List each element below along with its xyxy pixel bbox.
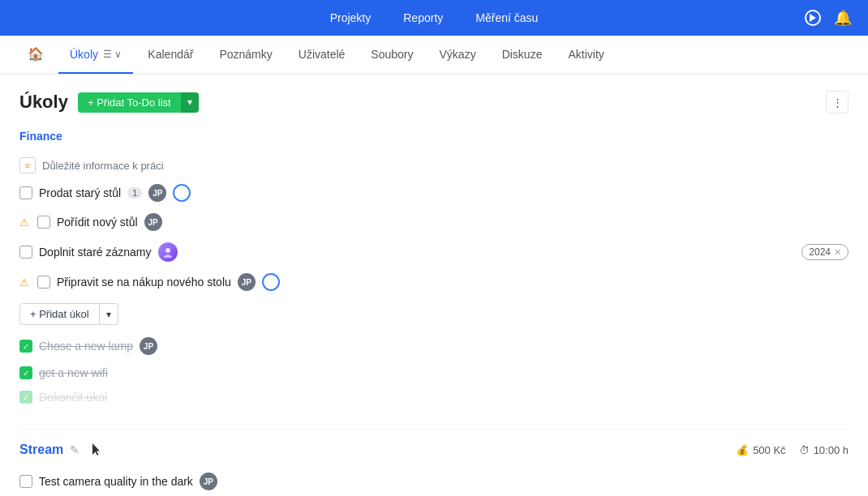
stream-header: Stream ✎ 💰 500 Kč ⏱ 10:00 h [19, 443, 849, 457]
task-checkbox[interactable] [19, 186, 32, 199]
tag-close-button[interactable]: ✕ [834, 247, 841, 258]
completed-task-row: ✓ get a new wifi [19, 361, 849, 385]
sub-navigation: 🏠 Úkoly ☰ ∨ Kalendář Poznámky Uživatelé … [0, 36, 868, 75]
page-title: Úkoly [19, 92, 68, 113]
stream-time: ⏱ 10:00 h [799, 444, 849, 456]
nav-projekty[interactable]: Projekty [330, 11, 372, 24]
subnav-ukoly[interactable]: Úkoly ☰ ∨ [58, 36, 133, 74]
task-row: ⚠ Pořídit nový stůl JP [19, 207, 849, 237]
completed-task-row: ✓ Chose a new lamp JP [19, 331, 849, 361]
avatar: JP [140, 337, 157, 355]
stream-meta: 💰 500 Kč ⏱ 10:00 h [736, 444, 849, 456]
task-count-badge: 1 [127, 187, 142, 199]
stream-title-area: Stream ✎ [19, 443, 112, 457]
subnav-vykazy[interactable]: Výkazy [428, 36, 488, 74]
task-checkbox[interactable] [19, 475, 32, 488]
avatar-blue-circle [262, 273, 280, 291]
budget-value: 500 Kč [753, 444, 785, 456]
task-text-done: get a new wifi [39, 366, 108, 379]
tag-label: 2024 [809, 246, 831, 258]
task-text: Pořídit nový stůl [57, 216, 138, 229]
task-row: ⚠ Připravit se na nákup nového stolu JP [19, 267, 849, 297]
time-value: 10:00 h [814, 444, 849, 456]
add-task-wrap: + Přidat úkol ▾ [19, 303, 849, 325]
task-row: Prodat starý stůl 1 JP [19, 178, 849, 207]
task-checkbox[interactable] [37, 276, 50, 289]
svg-marker-0 [810, 14, 816, 22]
bell-icon[interactable]: 🔔 [834, 9, 852, 27]
warning-icon: ⚠ [19, 276, 29, 289]
nav-reporty[interactable]: Reporty [403, 11, 443, 24]
add-task-button[interactable]: + Přidat úkol [19, 303, 100, 325]
filter-icon: ☰ ∨ [103, 49, 122, 60]
cursor-icon [92, 443, 102, 458]
task-text: Test camera quality in the dark [39, 475, 193, 488]
avatar-blue-circle [173, 184, 191, 202]
completed-task-row: ✓ Dokončit úkol [19, 385, 849, 409]
avatar: JP [148, 184, 166, 202]
task-checkbox[interactable] [19, 246, 32, 259]
page-header: Úkoly + Přidat To-Do list ▾ ⋮ [19, 91, 849, 113]
svg-point-2 [164, 254, 172, 258]
avatar: JP [144, 213, 162, 231]
task-checkbox[interactable] [37, 216, 50, 229]
subnav-uzivatele[interactable]: Uživatelé [287, 36, 357, 74]
subnav-kalendar[interactable]: Kalendář [136, 36, 204, 74]
page-title-area: Úkoly + Přidat To-Do list ▾ [19, 92, 199, 113]
add-todo-wrap: + Přidat To-Do list ▾ [78, 92, 199, 113]
finance-section: Finance ≡ Důležité informace k práci Pro… [19, 130, 849, 409]
subnav-diskuze[interactable]: Diskuze [491, 36, 554, 74]
task-checkbox-checked[interactable]: ✓ [19, 391, 32, 404]
stream-task-row: Test camera quality in the dark JP [19, 467, 849, 496]
stream-title: Stream [19, 443, 63, 457]
main-content: Úkoly + Přidat To-Do list ▾ ⋮ Finance ≡ … [0, 75, 868, 496]
add-todo-button[interactable]: + Přidat To-Do list [78, 92, 181, 113]
subnav-aktivity[interactable]: Aktivity [556, 36, 615, 74]
budget-icon: 💰 [736, 444, 749, 456]
more-options-button[interactable]: ⋮ [826, 91, 849, 113]
avatar: JP [200, 472, 217, 490]
add-todo-dropdown-button[interactable]: ▾ [181, 92, 199, 113]
svg-point-1 [165, 248, 170, 253]
top-nav-right: 🔔 [805, 9, 852, 27]
stream-section: Stream ✎ 💰 500 Kč ⏱ 10:00 h [19, 429, 849, 496]
avatar-photo [158, 242, 178, 262]
stream-budget: 💰 500 Kč [736, 444, 785, 456]
subnav-soubory[interactable]: Soubory [359, 36, 424, 74]
play-button[interactable] [805, 10, 821, 26]
task-text: Připravit se na nákup nového stolu [57, 276, 231, 289]
time-icon: ⏱ [799, 444, 810, 456]
nav-mereni-casu[interactable]: Měření času [475, 11, 538, 24]
warning-icon: ⚠ [19, 216, 29, 229]
task-row: Doplnit staré záznamy 2024 ✕ [19, 237, 849, 267]
avatar: JP [238, 273, 256, 291]
task-text-done: Dokončit úkol [39, 391, 107, 404]
task-checkbox-checked[interactable]: ✓ [19, 340, 32, 353]
subnav-poznamky[interactable]: Poznámky [208, 36, 283, 74]
finance-section-title: Finance [19, 130, 849, 143]
task-checkbox-checked[interactable]: ✓ [19, 366, 32, 379]
task-text-done: Chose a new lamp [39, 340, 133, 353]
task-text: Doplnit staré záznamy [39, 246, 152, 259]
subnav-home[interactable]: 🏠 [16, 36, 55, 74]
group-header-label: Důležité informace k práci [42, 160, 164, 172]
home-icon: 🏠 [28, 46, 44, 62]
edit-icon[interactable]: ✎ [70, 443, 79, 456]
top-navigation: Projekty Reporty Měření času 🔔 [0, 0, 868, 36]
task-group-header: ≡ Důležité informace k práci [19, 152, 849, 178]
tag-2024: 2024 ✕ [801, 244, 849, 260]
group-header-icon: ≡ [19, 157, 36, 173]
add-task-dropdown-button[interactable]: ▾ [100, 303, 118, 325]
task-text: Prodat starý stůl [39, 186, 121, 199]
